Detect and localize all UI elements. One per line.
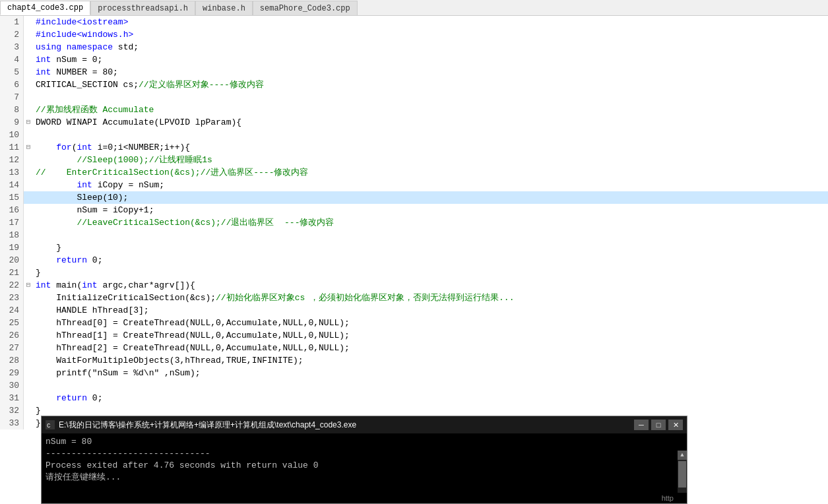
- fold-gutter-23: [24, 292, 33, 304]
- fold-gutter-6: [24, 79, 33, 91]
- console-minimize-button[interactable]: ─: [634, 420, 649, 430]
- line-number-22: 22: [0, 279, 24, 292]
- line-number-7: 7: [0, 91, 24, 104]
- code-content-29: printf("nSum = %d\n" ,nSum);: [33, 367, 201, 379]
- console-line-3: --------------------------------: [46, 448, 676, 460]
- console-body: nSum = 80 ------------------------------…: [42, 433, 687, 493]
- console-line-5: 请按任意键继续...: [46, 472, 676, 484]
- code-content-9: DWORD WINAPI Accumulate(LPVOID lpParam){: [33, 116, 241, 129]
- code-line-9: 9⊟DWORD WINAPI Accumulate(LPVOID lpParam…: [0, 116, 828, 129]
- code-content-22: int main(int argc,char*agrv[]){: [33, 279, 195, 292]
- line-number-19: 19: [0, 241, 24, 254]
- code-content-13: // EnterCriticalSection(&cs);//进入临界区----…: [33, 166, 308, 179]
- code-content-4: int nSum = 0;: [33, 53, 102, 66]
- console-line-4: Process exited after 4.76 seconds with r…: [46, 460, 676, 472]
- line-number-23: 23: [0, 292, 24, 304]
- line-number-15: 15: [0, 191, 24, 204]
- fold-gutter-21: [24, 267, 33, 279]
- line-number-18: 18: [0, 229, 24, 241]
- line-number-26: 26: [0, 329, 24, 342]
- console-scroll-up[interactable]: ▲: [678, 451, 687, 460]
- line-number-21: 21: [0, 267, 24, 279]
- console-line-1: nSum = 80: [46, 436, 676, 448]
- code-line-4: 4int nSum = 0;: [0, 53, 828, 66]
- code-content-3: using namespace std;: [33, 41, 139, 53]
- fold-gutter-32: [24, 404, 33, 417]
- fold-gutter-20: [24, 254, 33, 267]
- code-area: 1#include<iostream>2#include<windows.h>3…: [0, 16, 828, 504]
- code-content-1: #include<iostream>: [33, 16, 128, 28]
- code-content-15: Sleep(10);: [33, 191, 128, 204]
- fold-gutter-30: [24, 379, 33, 392]
- line-number-5: 5: [0, 66, 24, 79]
- code-content-6: CRITICAL_SECTION cs;//定义临界区对象----修改内容: [33, 79, 264, 91]
- code-line-13: 13// EnterCriticalSection(&cs);//进入临界区--…: [0, 166, 828, 179]
- code-line-30: 30: [0, 379, 828, 392]
- fold-gutter-12: [24, 154, 33, 166]
- line-number-17: 17: [0, 216, 24, 229]
- console-title-left: C E:\我的日记博客\操作系统+计算机网络+编译原理+计算机组成\text\c…: [46, 420, 356, 431]
- code-content-27: hThread[2] = CreateThread(NULL,0,Accumul…: [33, 342, 350, 354]
- fold-gutter-15: [24, 191, 33, 204]
- fold-gutter-27: [24, 342, 33, 354]
- line-number-13: 13: [0, 166, 24, 179]
- console-scrollbar[interactable]: ▲: [678, 451, 687, 493]
- code-line-29: 29 printf("nSum = %d\n" ,nSum);: [0, 367, 828, 379]
- line-number-27: 27: [0, 342, 24, 354]
- code-line-21: 21}: [0, 267, 828, 279]
- console-close-button[interactable]: ✕: [668, 420, 683, 430]
- code-content-16: nSum = iCopy+1;: [33, 204, 154, 216]
- fold-gutter-14: [24, 179, 33, 191]
- line-number-3: 3: [0, 41, 24, 53]
- fold-gutter-7: [24, 91, 33, 104]
- line-number-29: 29: [0, 367, 24, 379]
- fold-gutter-33: [24, 417, 33, 429]
- code-content-8: //累加线程函数 Accumulate: [33, 104, 154, 116]
- line-number-20: 20: [0, 254, 24, 267]
- code-content-31: return 0;: [33, 392, 102, 404]
- code-content-19: }: [33, 241, 61, 254]
- code-line-12: 12 //Sleep(1000);//让线程睡眠1s: [0, 154, 828, 166]
- code-line-17: 17 //LeaveCriticalSection(&cs);//退出临界区 -…: [0, 216, 828, 229]
- line-number-32: 32: [0, 404, 24, 417]
- code-line-8: 8//累加线程函数 Accumulate: [0, 104, 828, 116]
- code-content-32: }: [33, 404, 41, 417]
- console-app-icon: C: [46, 420, 55, 429]
- code-content-30: [33, 379, 36, 392]
- tab-processthreads[interactable]: processthreadsapi.h: [90, 1, 195, 15]
- fold-gutter-18: [24, 229, 33, 241]
- fold-gutter-2: [24, 28, 33, 41]
- tab-winbase[interactable]: winbase.h: [195, 1, 253, 15]
- code-content-14: int iCopy = nSum;: [33, 179, 164, 191]
- line-number-16: 16: [0, 204, 24, 216]
- fold-gutter-28: [24, 354, 33, 367]
- line-number-14: 14: [0, 179, 24, 191]
- code-content-26: hThread[1] = CreateThread(NULL,0,Accumul…: [33, 329, 350, 342]
- code-line-25: 25 hThread[0] = CreateThread(NULL,0,Accu…: [0, 317, 828, 329]
- code-content-23: InitializeCriticalSection(&cs);//初始化临界区对…: [33, 292, 514, 304]
- line-number-12: 12: [0, 154, 24, 166]
- code-line-26: 26 hThread[1] = CreateThread(NULL,0,Accu…: [0, 329, 828, 342]
- line-number-4: 4: [0, 53, 24, 66]
- tab-chapt4[interactable]: chapt4_code3.cpp: [0, 1, 90, 15]
- code-content-17: //LeaveCriticalSection(&cs);//退出临界区 ---修…: [33, 216, 334, 229]
- code-line-24: 24 HANDLE hThread[3];: [0, 304, 828, 317]
- code-line-5: 5int NUMBER = 80;: [0, 66, 828, 79]
- line-number-11: 11: [0, 141, 24, 154]
- console-scroll-thumb[interactable]: [678, 461, 686, 488]
- fold-gutter-9[interactable]: ⊟: [24, 116, 33, 129]
- fold-gutter-22[interactable]: ⊟: [24, 279, 33, 292]
- code-line-7: 7: [0, 91, 828, 104]
- line-number-9: 9: [0, 116, 24, 129]
- code-content-5: int NUMBER = 80;: [33, 66, 118, 79]
- fold-gutter-29: [24, 367, 33, 379]
- fold-gutter-11[interactable]: ⊟: [24, 141, 33, 154]
- tab-semaphore[interactable]: semaPhore_Code3.cpp: [253, 1, 358, 15]
- console-maximize-button[interactable]: □: [651, 420, 666, 430]
- code-content-21: }: [33, 267, 41, 279]
- code-line-14: 14 int iCopy = nSum;: [0, 179, 828, 191]
- code-line-16: 16 nSum = iCopy+1;: [0, 204, 828, 216]
- fold-gutter-10: [24, 129, 33, 141]
- fold-gutter-25: [24, 317, 33, 329]
- code-line-20: 20 return 0;: [0, 254, 828, 267]
